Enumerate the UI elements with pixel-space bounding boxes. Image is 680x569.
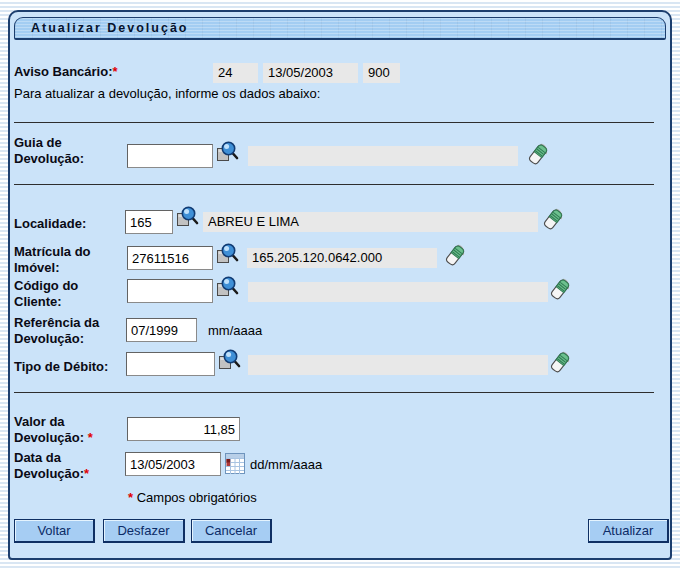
desfazer-button[interactable]: Desfazer xyxy=(103,519,185,543)
date-picker-button[interactable] xyxy=(225,453,245,474)
cancelar-button[interactable]: Cancelar xyxy=(191,519,272,543)
referencia-devolucao-label: Referência daDevolução: xyxy=(14,315,99,347)
referencia-format-hint: mm/aaaa xyxy=(208,323,262,338)
aviso-code-field: 900 xyxy=(363,63,400,83)
guia-description-field xyxy=(248,146,518,166)
eraser-icon xyxy=(528,143,549,167)
guia-clear-button[interactable] xyxy=(528,143,549,167)
codigo-clear-button[interactable] xyxy=(550,278,571,302)
localidade-clear-button[interactable] xyxy=(543,208,564,232)
magnifier-icon xyxy=(216,140,239,163)
atualizar-button[interactable]: Atualizar xyxy=(588,519,669,543)
required-asterisk: * xyxy=(84,466,89,481)
tipo-debito-label: Tipo de Débito: xyxy=(14,359,108,375)
data-format-hint: dd/mm/aaaa xyxy=(250,457,322,472)
tipo-description-field xyxy=(248,355,548,375)
separator-line xyxy=(14,392,654,393)
instruction-text: Para atualizar a devolução, informe os d… xyxy=(14,86,320,101)
localidade-label: Localidade: xyxy=(14,216,86,232)
aviso-date-field: 13/05/2003 xyxy=(263,63,358,83)
localidade-input[interactable] xyxy=(125,210,173,234)
required-asterisk: * xyxy=(88,430,93,445)
atualizar-devolucao-panel: Atualizar Devolução Aviso Bancário:* 24 … xyxy=(8,10,672,560)
eraser-icon xyxy=(543,208,564,232)
aviso-number-field: 24 xyxy=(213,63,258,83)
eraser-icon xyxy=(445,244,466,268)
valor-devolucao-input[interactable] xyxy=(127,417,240,441)
eraser-icon xyxy=(550,278,571,302)
matricula-clear-button[interactable] xyxy=(445,244,466,268)
calendar-icon xyxy=(225,453,245,474)
required-asterisk: * xyxy=(128,490,133,505)
tipo-lookup-button[interactable] xyxy=(218,348,241,371)
required-asterisk: * xyxy=(113,64,118,79)
required-fields-note: * Campos obrigatórios xyxy=(128,490,257,505)
separator-line xyxy=(14,184,654,185)
tipo-debito-input[interactable] xyxy=(126,352,215,376)
localidade-description-field: ABREU E LIMA xyxy=(203,212,538,232)
codigo-lookup-button[interactable] xyxy=(216,275,239,298)
codigo-cliente-label: Código doCliente: xyxy=(14,278,78,310)
magnifier-icon xyxy=(216,275,239,298)
magnifier-icon xyxy=(216,242,239,265)
guia-devolucao-input[interactable] xyxy=(127,144,213,168)
data-devolucao-input[interactable] xyxy=(125,452,221,476)
guia-lookup-button[interactable] xyxy=(216,140,239,163)
guia-devolucao-label: Guia deDevolução: xyxy=(14,135,84,167)
data-devolucao-label: Data daDevolução:* xyxy=(14,450,89,482)
magnifier-icon xyxy=(176,205,199,228)
aviso-bancario-label: Aviso Bancário:* xyxy=(14,64,118,80)
page-title: Atualizar Devolução xyxy=(14,17,666,40)
codigo-description-field xyxy=(248,282,548,302)
matricula-imovel-label: Matrícula doImóvel: xyxy=(14,244,91,276)
valor-devolucao-label: Valor daDevolução: * xyxy=(14,414,93,446)
referencia-devolucao-input[interactable] xyxy=(126,318,197,342)
localidade-lookup-button[interactable] xyxy=(176,205,199,228)
voltar-button[interactable]: Voltar xyxy=(14,519,95,543)
separator-line xyxy=(14,122,654,123)
matricula-imovel-input[interactable] xyxy=(127,246,213,270)
matricula-lookup-button[interactable] xyxy=(216,242,239,265)
matricula-description-field: 165.205.120.0642.000 xyxy=(247,248,437,268)
page-background: { "colors": { "panel_bg": "#cbe3f9", "ti… xyxy=(0,0,680,569)
tipo-clear-button[interactable] xyxy=(550,351,571,375)
codigo-cliente-input[interactable] xyxy=(127,279,213,303)
magnifier-icon xyxy=(218,348,241,371)
eraser-icon xyxy=(550,351,571,375)
